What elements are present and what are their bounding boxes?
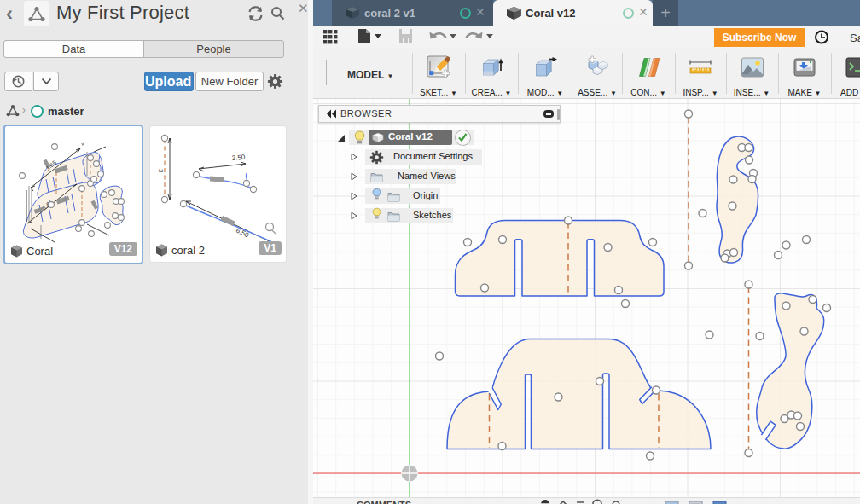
svg-text:3: 3 <box>157 169 165 173</box>
svg-text:×: × <box>80 141 85 148</box>
svg-text:6.50: 6.50 <box>235 227 250 240</box>
svg-text:3.50: 3.50 <box>231 154 246 162</box>
